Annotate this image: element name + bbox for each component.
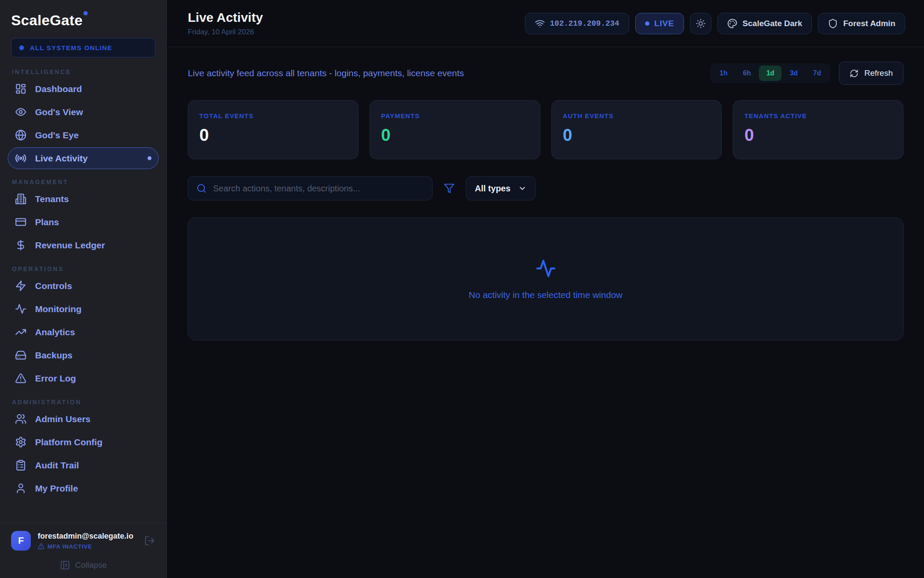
brand-logo: ScaleGate — [0, 0, 166, 29]
feed-header-row: Live activity feed across all tenants - … — [188, 62, 903, 85]
sidebar-item-label: Revenue Ledger — [35, 240, 105, 250]
stat-card-tenants-active: TENANTS ACTIVE 0 — [733, 100, 903, 159]
sidebar-item-label: Error Log — [35, 373, 76, 384]
sidebar-item-monitoring[interactable]: Monitoring — [8, 298, 159, 320]
panel-collapse-icon — [60, 560, 70, 570]
sidebar-item-live-activity[interactable]: Live Activity — [8, 147, 159, 169]
sidebar-item-dashboard[interactable]: Dashboard — [8, 78, 159, 100]
sun-icon — [696, 18, 706, 29]
sidebar-item-analytics[interactable]: Analytics — [8, 321, 159, 343]
sidebar-item-platform-config[interactable]: Platform Config — [8, 431, 159, 453]
sidebar-item-label: God's Eye — [35, 130, 79, 140]
theme-toggle-button[interactable] — [690, 13, 711, 34]
clipboard-list-icon — [15, 459, 27, 471]
sidebar-item-label: Dashboard — [35, 84, 82, 94]
warning-icon — [38, 543, 44, 550]
search-input[interactable] — [213, 184, 424, 194]
time-range-3d[interactable]: 3d — [782, 66, 805, 81]
section-label-operations: OPERATIONS — [12, 265, 154, 272]
admin-role-pill[interactable]: Forest Admin — [818, 13, 905, 34]
page-date: Friday, 10 April 2026 — [188, 28, 263, 36]
sidebar-item-label: Analytics — [35, 327, 75, 337]
time-range-1d[interactable]: 1d — [759, 66, 782, 81]
sidebar-item-my-profile[interactable]: My Profile — [8, 477, 159, 499]
sidebar-item-label: Tenants — [35, 194, 69, 204]
section-label-administration: ADMINISTRATION — [12, 399, 154, 405]
collapse-sidebar-button[interactable]: Collapse — [11, 560, 155, 573]
refresh-label: Refresh — [864, 69, 893, 78]
sidebar-item-error-log[interactable]: Error Log — [8, 367, 159, 389]
chevron-down-icon — [518, 184, 527, 193]
sidebar-item-plans[interactable]: Plans — [8, 211, 159, 233]
palette-icon — [727, 18, 737, 29]
sidebar-item-label: Platform Config — [35, 437, 103, 447]
theme-name-pill[interactable]: ScaleGate Dark — [717, 13, 812, 34]
refresh-button[interactable]: Refresh — [839, 62, 903, 85]
sidebar-nav: INTELLIGENCE Dashboard God's View God's … — [0, 57, 166, 523]
type-filter-value: All types — [475, 184, 510, 194]
sidebar-item-revenue-ledger[interactable]: Revenue Ledger — [8, 234, 159, 256]
sidebar-item-controls[interactable]: Controls — [8, 275, 159, 297]
sidebar-item-label: Admin Users — [35, 414, 91, 424]
sidebar-item-tenants[interactable]: Tenants — [8, 188, 159, 210]
user-icon — [15, 483, 27, 494]
user-row: F forestadmin@scalegate.io MFA INACTIVE — [11, 531, 155, 551]
gear-icon — [15, 436, 27, 448]
brand-name: ScaleGate — [11, 12, 83, 29]
stat-card-payments: PAYMENTS 0 — [370, 100, 540, 159]
sidebar-item-label: Controls — [35, 281, 72, 291]
stat-card-total-events: TOTAL EVENTS 0 — [188, 100, 358, 159]
time-range-1h[interactable]: 1h — [712, 66, 735, 81]
filter-funnel-icon[interactable] — [444, 183, 455, 194]
sidebar: ScaleGate ALL SYSTEMS ONLINE INTELLIGENC… — [0, 0, 167, 578]
dashboard-grid-icon — [15, 83, 27, 95]
shield-icon — [828, 18, 838, 29]
refresh-icon — [850, 69, 859, 78]
sidebar-item-label: Monitoring — [35, 304, 81, 314]
zap-icon — [15, 280, 27, 292]
filter-row: All types — [188, 176, 903, 200]
avatar: F — [11, 531, 31, 551]
sidebar-item-gods-eye[interactable]: God's Eye — [8, 124, 159, 146]
stat-label: PAYMENTS — [381, 112, 529, 119]
content: Live activity feed across all tenants - … — [167, 47, 924, 340]
type-filter-select[interactable]: All types — [466, 176, 536, 200]
search-box[interactable] — [188, 176, 432, 200]
sidebar-item-label: Audit Trail — [35, 460, 79, 471]
live-status-pill[interactable]: LIVE — [635, 13, 684, 34]
admin-role-label: Forest Admin — [843, 19, 895, 28]
sidebar-item-audit-trail[interactable]: Audit Trail — [8, 454, 159, 476]
time-range-7d[interactable]: 7d — [806, 66, 829, 81]
logout-icon — [144, 535, 155, 546]
collapse-label: Collapse — [75, 560, 107, 570]
sidebar-item-label: Live Activity — [35, 153, 88, 164]
time-range-group: 1h 6h 1d 3d 7d — [710, 63, 830, 83]
users-icon — [15, 413, 27, 425]
sidebar-item-gods-view[interactable]: God's View — [8, 101, 159, 123]
page-title: Live Activity — [188, 10, 263, 25]
live-dot-icon — [645, 21, 649, 26]
stat-label: TOTAL EVENTS — [199, 112, 347, 119]
stat-value: 0 — [199, 125, 347, 145]
activity-feed-panel: No activity in the selected time window — [188, 217, 903, 340]
active-indicator-dot — [148, 156, 151, 160]
sidebar-item-admin-users[interactable]: Admin Users — [8, 408, 159, 430]
alert-triangle-icon — [15, 372, 27, 384]
main-area: Live Activity Friday, 10 April 2026 102.… — [167, 0, 924, 340]
wifi-icon — [535, 18, 545, 29]
stat-card-auth-events: AUTH EVENTS 0 — [551, 100, 722, 159]
topbar: Live Activity Friday, 10 April 2026 102.… — [167, 0, 924, 47]
sidebar-item-label: God's View — [35, 107, 83, 117]
systems-status-badge: ALL SYSTEMS ONLINE — [11, 38, 155, 57]
credit-card-icon — [15, 216, 27, 228]
stat-value: 0 — [563, 125, 711, 145]
hard-drive-icon — [15, 349, 27, 361]
time-range-6h[interactable]: 6h — [736, 66, 758, 81]
mfa-warning-label: MFA INACTIVE — [47, 543, 92, 550]
logout-button[interactable] — [144, 535, 155, 546]
sidebar-footer: F forestadmin@scalegate.io MFA INACTIVE … — [0, 523, 166, 578]
dollar-sign-icon — [15, 239, 27, 251]
sidebar-item-backups[interactable]: Backups — [8, 344, 159, 366]
stat-label: AUTH EVENTS — [563, 112, 711, 119]
stat-value: 0 — [381, 125, 529, 145]
